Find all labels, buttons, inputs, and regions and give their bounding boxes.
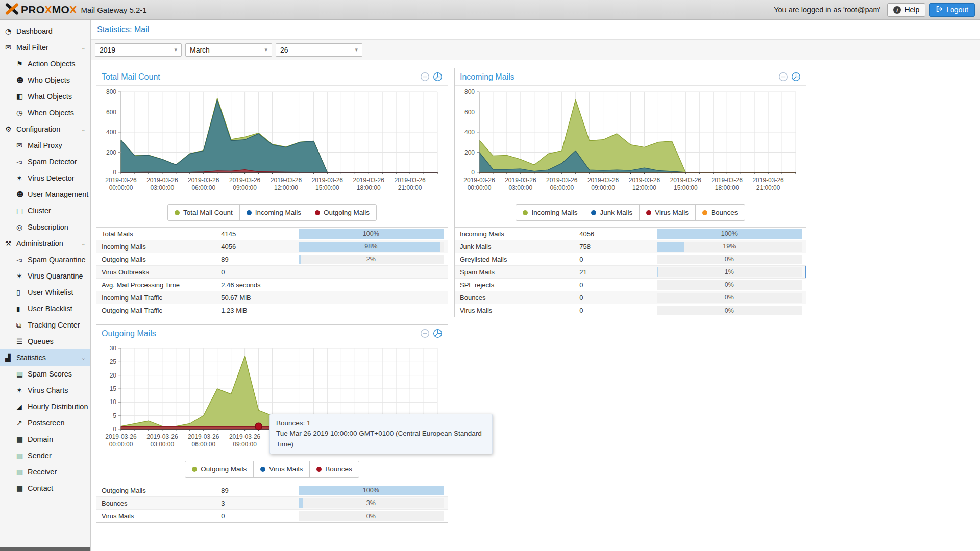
legend-label: Incoming Mails: [255, 209, 301, 216]
sidebar-item-administration[interactable]: ⚒Administration⌄: [0, 235, 90, 252]
percent-bar-text: 1%: [657, 267, 802, 277]
table-row-virus-outbreaks[interactable]: Virus Outbreaks0: [96, 266, 448, 279]
collapse-panel-icon[interactable]: [778, 72, 788, 82]
table-row-virus-mails[interactable]: Virus Mails00%: [96, 510, 448, 522]
row-label: Virus Mails: [455, 307, 579, 314]
table-row-avg-mail-processing-time[interactable]: Avg. Mail Processing Time2.46 seconds: [96, 279, 448, 291]
svg-text:400: 400: [464, 129, 475, 136]
legend-item-outgoing-mails[interactable]: Outgoing Mails: [185, 461, 253, 477]
table-row-spf-rejects[interactable]: SPF rejects00%: [455, 279, 806, 291]
table-row-virus-mails[interactable]: Virus Mails00%: [455, 304, 806, 317]
sidebar-item-label: User Management: [28, 190, 88, 198]
year-select[interactable]: 2019 ▾: [95, 43, 182, 57]
legend-item-incoming-mails[interactable]: Incoming Mails: [516, 205, 584, 220]
collapse-panel-icon[interactable]: [420, 72, 430, 82]
table-row-incoming-mails[interactable]: Incoming Mails4056100%: [455, 228, 806, 240]
svg-text:25: 25: [110, 358, 117, 365]
legend-item-bounces[interactable]: Bounces: [695, 205, 745, 220]
sidebar-item-contact[interactable]: ▦Contact: [0, 480, 90, 496]
sidebar-item-mail-proxy[interactable]: ✉Mail Proxy: [0, 137, 90, 154]
sidebar-item-configuration[interactable]: ⚙Configuration⌄: [0, 121, 90, 137]
legend-item-bounces[interactable]: Bounces: [309, 461, 359, 477]
toggle-pie-chart-icon[interactable]: [433, 329, 443, 338]
bug-icon: ✶: [16, 272, 28, 280]
table-row-outgoing-mails[interactable]: Outgoing Mails892%: [96, 253, 448, 266]
sidebar-item-statistics[interactable]: ▟Statistics⌄: [0, 349, 90, 366]
sidebar-item-user-management[interactable]: ☻User Management: [0, 186, 90, 203]
sidebar-item-label: When Objects: [28, 109, 74, 117]
toggle-pie-chart-icon[interactable]: [791, 72, 801, 82]
legend-item-virus-mails[interactable]: Virus Mails: [253, 461, 309, 477]
help-button[interactable]: i Help: [887, 3, 925, 17]
total-mail-count-chart[interactable]: 02004006008002019-03-2600:00:002019-03-2…: [101, 89, 442, 198]
percent-bar-text: 19%: [657, 242, 802, 252]
row-percent-bar: 0%: [657, 293, 802, 303]
sidebar-item-dashboard[interactable]: ◔Dashboard: [0, 23, 90, 39]
table-row-greylisted-mails[interactable]: Greylisted Mails00%: [455, 253, 806, 266]
chevron-down-icon: ⌄: [81, 355, 86, 361]
sidebar-item-hourly-distribution[interactable]: ◢Hourly Distribution: [0, 398, 90, 415]
sidebar-item-cluster[interactable]: ▤Cluster: [0, 203, 90, 219]
sidebar-item-spam-detector[interactable]: ◅Spam Detector: [0, 154, 90, 170]
proxmox-logo-mark-icon: [5, 3, 19, 17]
row-label: Incoming Mails: [455, 230, 579, 238]
svg-text:09:00:00: 09:00:00: [233, 184, 257, 191]
sidebar-item-spam-scores[interactable]: ▦Spam Scores: [0, 366, 90, 382]
sidebar-item-virus-detector[interactable]: ✶Virus Detector: [0, 170, 90, 186]
sidebar-item-sender[interactable]: ▦Sender: [0, 447, 90, 464]
sidebar-item-what-objects[interactable]: ◧What Objects: [0, 88, 90, 105]
sidebar-item-user-whitelist[interactable]: ▯User Whitelist: [0, 284, 90, 300]
percent-bar-text: 100%: [299, 229, 444, 239]
svg-text:00:00:00: 00:00:00: [109, 441, 133, 448]
table-row-bounces[interactable]: Bounces33%: [96, 497, 448, 510]
sidebar-item-mail-filter[interactable]: ✉Mail Filter⌄: [0, 39, 90, 56]
legend-item-incoming-mails[interactable]: Incoming Mails: [239, 205, 308, 220]
wrench-icon: ⚒: [5, 239, 16, 247]
incoming-mails-chart[interactable]: 02004006008002019-03-2600:00:002019-03-2…: [459, 89, 800, 198]
legend-item-virus-mails[interactable]: Virus Mails: [639, 205, 695, 220]
table-row-outgoing-mail-traffic[interactable]: Outgoing Mail Traffic1.23 MiB: [96, 304, 448, 317]
sidebar-item-who-objects[interactable]: ☻Who Objects: [0, 72, 90, 88]
legend-label: Incoming Mails: [531, 209, 577, 216]
svg-text:06:00:00: 06:00:00: [191, 441, 215, 448]
line-chart-icon: ↗: [16, 419, 28, 427]
svg-text:30: 30: [110, 345, 117, 352]
sidebar-item-queues[interactable]: ☰Queues: [0, 333, 90, 349]
sidebar-item-spam-quarantine[interactable]: ◅Spam Quarantine: [0, 252, 90, 268]
table-row-total-mails[interactable]: Total Mails4145100%: [96, 228, 448, 240]
sidebar-item-postscreen[interactable]: ↗Postscreen: [0, 415, 90, 431]
percent-bar-text: 2%: [299, 255, 444, 264]
sidebar-item-virus-quarantine[interactable]: ✶Virus Quarantine: [0, 268, 90, 284]
row-label: Outgoing Mails: [96, 256, 221, 263]
sidebar-item-action-objects[interactable]: ⚑Action Objects: [0, 56, 90, 72]
clock-icon: ◷: [16, 109, 28, 117]
table-row-outgoing-mails[interactable]: Outgoing Mails89100%: [96, 484, 448, 497]
logout-button[interactable]: Logout: [929, 3, 975, 17]
legend-item-total-mail-count[interactable]: Total Mail Count: [168, 205, 239, 220]
sidebar-item-virus-charts[interactable]: ✶Virus Charts: [0, 382, 90, 398]
day-select[interactable]: 26 ▾: [276, 43, 362, 57]
table-icon: ▦: [16, 468, 28, 476]
area-chart-icon: ◢: [16, 403, 28, 411]
sidebar-item-user-blacklist[interactable]: ▮User Blacklist: [0, 300, 90, 317]
legend-item-outgoing-mails[interactable]: Outgoing Mails: [308, 205, 376, 220]
bug-icon: ✶: [16, 174, 28, 182]
table-row-incoming-mail-traffic[interactable]: Incoming Mail Traffic50.67 MiB: [96, 291, 448, 304]
sidebar-item-when-objects[interactable]: ◷When Objects: [0, 105, 90, 121]
table-row-junk-mails[interactable]: Junk Mails75819%: [455, 240, 806, 253]
table-row-incoming-mails[interactable]: Incoming Mails405698%: [96, 240, 448, 253]
svg-text:0: 0: [471, 169, 475, 176]
svg-text:09:00:00: 09:00:00: [233, 441, 257, 448]
row-label: Greylisted Mails: [455, 256, 579, 263]
table-row-spam-mails[interactable]: Spam Mails211%: [455, 266, 806, 279]
table-row-bounces[interactable]: Bounces00%: [455, 291, 806, 304]
sidebar-item-domain[interactable]: ▦Domain: [0, 431, 90, 447]
sidebar-item-subscription[interactable]: ◎Subscription: [0, 219, 90, 235]
legend-item-junk-mails[interactable]: Junk Mails: [584, 205, 639, 220]
sidebar-item-tracking-center[interactable]: ⧉Tracking Center: [0, 317, 90, 333]
sidebar-item-receiver[interactable]: ▦Receiver: [0, 464, 90, 480]
collapse-panel-icon[interactable]: [420, 329, 430, 338]
toggle-pie-chart-icon[interactable]: [433, 72, 443, 82]
envelope-open-icon: ✉: [16, 141, 28, 149]
month-select[interactable]: March ▾: [185, 43, 272, 57]
